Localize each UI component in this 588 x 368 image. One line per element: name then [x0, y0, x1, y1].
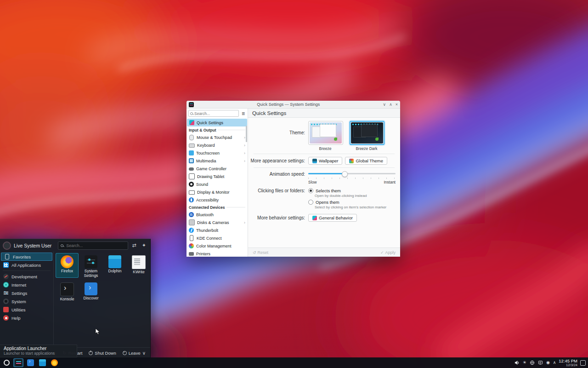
close-icon[interactable]: × — [396, 103, 398, 107]
category-system[interactable]: System — [0, 297, 53, 305]
dolphin-icon — [108, 255, 121, 268]
page-title: Quick Settings — [248, 109, 400, 118]
volume-icon[interactable] — [514, 360, 520, 365]
chevron-right-icon: › — [244, 135, 245, 140]
quick-settings-icon — [189, 120, 194, 125]
task-firefox[interactable] — [49, 358, 59, 367]
discover-icon — [27, 359, 34, 366]
app-dolphin[interactable]: Dolphin — [103, 253, 126, 278]
app-launcher-button[interactable] — [1, 358, 11, 367]
radio-selected-icon — [308, 188, 313, 193]
touchscreen-icon — [189, 150, 194, 155]
task-system-settings[interactable] — [13, 358, 23, 367]
digital-clock[interactable]: 12:45 PM 12/3/24 — [559, 359, 577, 367]
reset-button[interactable]: ↺ Reset — [253, 250, 268, 255]
maximize-icon[interactable]: ∧ — [389, 103, 392, 107]
favorites-icon — [5, 254, 9, 259]
global-theme-icon — [349, 159, 354, 163]
settings-search-input[interactable] — [194, 111, 237, 116]
sidebar-item-game-controller[interactable]: Game Controller — [187, 165, 248, 172]
kwrite-icon — [132, 255, 146, 269]
show-desktop-button[interactable] — [580, 360, 586, 366]
sidebar-item-sound[interactable]: Sound — [187, 180, 248, 188]
app-konsole[interactable]: Konsole — [56, 280, 79, 305]
apply-button[interactable]: ✓ Apply — [380, 250, 396, 255]
theme-label: Theme: — [248, 121, 308, 135]
radio-opens-them[interactable]: Opens them — [308, 200, 386, 205]
minimize-icon[interactable]: ∨ — [383, 103, 386, 107]
keyboard-icon — [189, 144, 195, 148]
launcher-tooltip: Application Launcher Launcher to start a… — [0, 345, 77, 357]
sidebar-item-color-management[interactable]: Color Management — [187, 242, 248, 250]
titlebar[interactable]: Quick Settings — System Settings ∨ ∧ × — [187, 101, 400, 109]
network-icon[interactable] — [530, 360, 535, 365]
settings-search-box[interactable] — [188, 110, 239, 117]
sidebar-item-touchscreen[interactable]: Touchscreen › — [187, 149, 248, 157]
mouse-icon — [189, 135, 194, 140]
theme-option-breeze[interactable]: Breeze — [308, 121, 342, 151]
sidebar-item-disks-cameras[interactable]: Disks & Cameras › — [187, 218, 248, 226]
pin-icon[interactable]: ✦ — [141, 243, 147, 248]
dolphin-icon — [39, 359, 46, 366]
sidebar-item-printers[interactable]: Printers — [187, 250, 248, 257]
section-input-output: Input & Output — [187, 126, 248, 133]
category-development[interactable]: Development — [0, 272, 53, 281]
app-discover[interactable]: Discover — [79, 280, 102, 305]
search-icon — [190, 112, 193, 115]
category-all-applications[interactable]: All Applications — [0, 261, 53, 269]
record-status-icon[interactable]: ◉ — [546, 361, 550, 365]
user-avatar[interactable] — [3, 242, 11, 250]
app-system-settings[interactable]: System Settings — [79, 253, 102, 278]
category-help[interactable]: Help — [0, 314, 53, 322]
animation-slider-handle[interactable] — [342, 171, 348, 177]
user-name: Live System User — [14, 243, 51, 248]
system-settings-window: Quick Settings — System Settings ∨ ∧ × ≡ — [187, 101, 400, 257]
sidebar-item-quick-settings[interactable]: Quick Settings — [187, 119, 247, 126]
printers-icon — [189, 252, 194, 256]
leave-button[interactable]: Leave ∨ — [123, 351, 146, 356]
category-settings[interactable]: Settings — [0, 289, 53, 297]
global-theme-button[interactable]: Global Theme — [345, 157, 387, 165]
favorites-grid: Firefox System Settings Dolphin KWrite K… — [54, 252, 150, 347]
launcher-search-input[interactable] — [65, 243, 125, 248]
app-firefox[interactable]: Firefox — [56, 253, 79, 278]
sidebar-scrollbar[interactable] — [246, 126, 247, 142]
sidebar-item-drawing-tablet[interactable]: Drawing Tablet — [187, 172, 248, 180]
sidebar-item-mouse-touchpad[interactable]: Mouse & Touchpad › — [187, 133, 248, 141]
development-icon — [3, 274, 9, 279]
sort-icon[interactable]: ⇄ — [131, 243, 138, 248]
category-utilities[interactable]: Utilities — [0, 305, 53, 314]
task-dolphin[interactable] — [37, 358, 47, 367]
wallpaper-button[interactable]: Wallpaper — [308, 157, 342, 165]
sidebar-item-thunderbolt[interactable]: Thunderbolt — [187, 226, 248, 234]
general-behavior-button[interactable]: General Behavior — [308, 214, 357, 222]
system-icon — [3, 299, 9, 304]
expand-tray-icon[interactable]: ∧ — [553, 361, 556, 365]
firefox-icon — [61, 255, 74, 268]
task-discover[interactable] — [25, 358, 35, 367]
launcher-search-box[interactable] — [58, 242, 128, 250]
sidebar-item-keyboard[interactable]: Keyboard › — [187, 141, 248, 149]
app-kwrite[interactable]: KWrite — [127, 253, 150, 278]
clipboard-icon[interactable] — [538, 360, 543, 365]
system-settings-app-icon — [189, 102, 194, 107]
system-settings-icon — [85, 255, 97, 268]
hamburger-menu-icon[interactable]: ≡ — [241, 111, 246, 116]
radio-selects-them[interactable]: Selects them — [308, 188, 386, 193]
slider-ticks — [308, 178, 396, 179]
animation-speed-slider[interactable] — [308, 171, 396, 177]
brightness-icon[interactable]: ☀ — [523, 361, 526, 365]
settings-sidebar: ≡ Quick Settings Input & Output Mouse & … — [187, 109, 248, 257]
sidebar-item-multimedia[interactable]: Multimedia › — [187, 157, 248, 165]
category-favorites[interactable]: Favorites — [1, 253, 52, 261]
all-applications-icon — [3, 262, 9, 268]
theme-option-breeze-dark[interactable]: Breeze Dark — [350, 121, 384, 151]
sidebar-item-kde-connect[interactable]: KDE Connect — [187, 234, 248, 242]
slider-max-label: Instant — [384, 180, 396, 184]
category-internet[interactable]: Internet — [0, 281, 53, 289]
sidebar-item-bluetooth[interactable]: B Bluetooth — [187, 211, 248, 218]
sidebar-item-display-monitor[interactable]: Display & Monitor — [187, 188, 248, 196]
shutdown-button[interactable]: Shut Down — [89, 351, 116, 356]
tooltip-title: Application Launcher — [4, 346, 73, 351]
sidebar-item-accessibility[interactable]: Accessibility — [187, 196, 248, 204]
